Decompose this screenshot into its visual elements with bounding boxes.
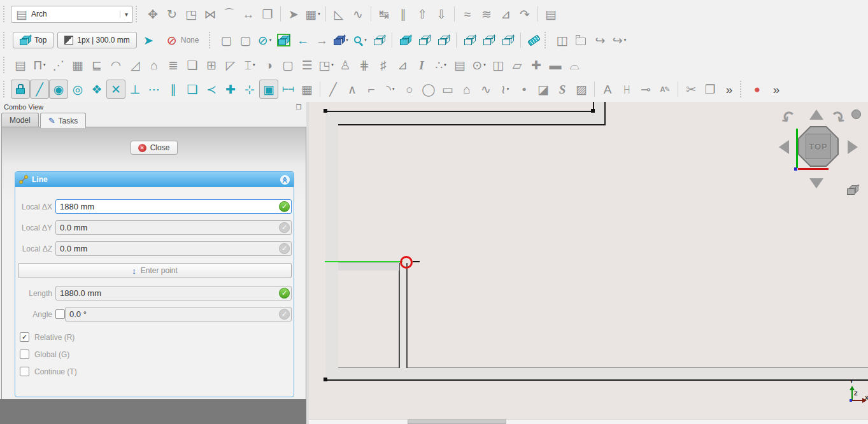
export-document[interactable]: ↪: [590, 31, 609, 50]
local-delta-y-input[interactable]: [55, 220, 292, 235]
autogroup-button[interactable]: ⊘None: [160, 32, 206, 48]
arch-material[interactable]: ∴▾: [431, 55, 450, 74]
angle-use-checkbox[interactable]: [55, 309, 65, 319]
arch-project[interactable]: ⊑: [87, 55, 106, 74]
draft-to-sketch[interactable]: ◺: [329, 4, 348, 24]
snap-perpendicular[interactable]: ⊥: [125, 80, 145, 99]
draft-scale[interactable]: ◳: [181, 4, 201, 24]
arch-profile[interactable]: I: [412, 55, 431, 74]
navcube-face-label[interactable]: TOP: [806, 134, 831, 159]
view-bottom[interactable]: [479, 31, 498, 50]
global-checkbox[interactable]: [20, 350, 29, 359]
snap-endpoint[interactable]: ╱: [30, 80, 49, 99]
snap-center[interactable]: ◎: [68, 80, 87, 99]
navcube-arrow-left[interactable]: [779, 140, 789, 154]
draft-bspline[interactable]: ∿: [476, 80, 495, 99]
view-top[interactable]: [415, 31, 434, 50]
arch-column[interactable]: ⋕: [355, 55, 374, 74]
annotation-styles[interactable]: A✎: [655, 80, 674, 99]
draft-stretch[interactable]: ↔: [239, 4, 258, 24]
collapse-panel-icon[interactable]: ≪: [280, 175, 290, 185]
enter-point-button[interactable]: ↕ Enter point: [18, 263, 292, 278]
snap-ortho[interactable]: ✚: [221, 80, 240, 99]
arch-dome[interactable]: ◠: [106, 55, 125, 74]
box-element-selection[interactable]: ▢: [236, 31, 255, 50]
arch-cut-line[interactable]: ▱: [508, 55, 527, 74]
draft-fillet[interactable]: ⌐: [362, 80, 381, 99]
nav-forward[interactable]: →: [312, 31, 331, 50]
view-front[interactable]: [395, 31, 415, 50]
arch-truss[interactable]: ⊿: [393, 55, 412, 74]
snap-intersection[interactable]: ✕: [106, 80, 125, 99]
draft-shapestring[interactable]: S: [553, 80, 572, 99]
view-right[interactable]: [434, 31, 453, 50]
open-document[interactable]: [571, 31, 590, 50]
view-selection[interactable]: [274, 31, 293, 50]
arch-rebar[interactable]: ⋰: [49, 55, 68, 74]
draft-label[interactable]: ⊸: [636, 80, 655, 99]
draft-bezier[interactable]: ≀▾: [495, 80, 515, 99]
arch-site[interactable]: ◿: [125, 55, 145, 74]
draft-ellipse[interactable]: ◯: [419, 80, 438, 99]
viewport-scrollbar-handle[interactable]: [408, 420, 506, 424]
snap-midpoint[interactable]: ◉: [49, 80, 68, 99]
snap-near[interactable]: ≺: [202, 80, 221, 99]
local-delta-z-input[interactable]: [55, 241, 292, 256]
snap-working-plane[interactable]: ▣: [259, 80, 278, 99]
arch-space[interactable]: ▢: [278, 55, 297, 74]
arch-remove-component[interactable]: ▬: [546, 55, 565, 74]
arch-roof[interactable]: ◸: [221, 55, 240, 74]
arch-structure[interactable]: Π▾: [30, 55, 49, 74]
draft-text[interactable]: A: [598, 80, 617, 99]
draft-layer[interactable]: ▤: [541, 4, 560, 24]
arch-schedule[interactable]: ▤: [450, 55, 469, 74]
arch-curtain-wall[interactable]: ▦: [68, 55, 87, 74]
arch-level[interactable]: ≣: [164, 55, 183, 74]
draft-slope[interactable]: ⊿: [496, 4, 515, 24]
angle-input[interactable]: [65, 307, 292, 322]
draft-circle[interactable]: ○: [400, 80, 419, 99]
draft-downgrade[interactable]: ⇩: [432, 4, 451, 24]
draft-invert[interactable]: ↷: [515, 4, 534, 24]
part-shape[interactable]: ◫: [552, 31, 571, 50]
draft-point[interactable]: •: [515, 80, 534, 99]
navcube-arrow-right[interactable]: [848, 140, 858, 154]
navcube-arrow-up[interactable]: [809, 110, 823, 120]
tab-model[interactable]: Model: [1, 113, 39, 127]
arch-equipment[interactable]: ♙: [336, 55, 355, 74]
arch-add-component[interactable]: ✚: [527, 55, 546, 74]
navcube-top-dot[interactable]: [851, 110, 861, 119]
navcube-arrow-down[interactable]: [809, 178, 823, 188]
draft-upgrade[interactable]: ⇧: [413, 4, 432, 24]
toolbar-grip[interactable]: [3, 57, 8, 73]
macro-record[interactable]: ●: [748, 80, 767, 99]
draft-facebinder[interactable]: ◪: [534, 80, 553, 99]
draft-line[interactable]: ╱: [324, 80, 343, 99]
arch-axis[interactable]: ⌶▾: [240, 55, 259, 74]
arch-building[interactable]: ⌂: [145, 55, 164, 74]
sketch-to-draft[interactable]: ∿: [348, 4, 367, 24]
navcube-rotate-ccw-icon[interactable]: ↶: [777, 106, 800, 131]
toolbar-overflow-1[interactable]: »: [720, 80, 739, 99]
toggle-grid[interactable]: ▦: [297, 80, 317, 99]
relative-checkbox[interactable]: ✓: [20, 332, 29, 342]
snap-parallel[interactable]: ∥: [164, 80, 183, 99]
toolbar-grip[interactable]: [740, 81, 744, 97]
tab-tasks[interactable]: ✎ Tasks: [40, 113, 87, 128]
arch-fence[interactable]: ♯: [374, 55, 393, 74]
working-plane-button[interactable]: Top: [13, 32, 53, 48]
3d-viewport[interactable]: ↶ ↷ TOP Y Z X: [309, 102, 868, 424]
apply-current-style[interactable]: ➤: [139, 31, 158, 50]
draft-rectangle[interactable]: ▭: [438, 80, 457, 99]
draft-rotate[interactable]: ↻: [162, 4, 181, 24]
draft-array[interactable]: ▦▾: [303, 4, 322, 24]
draft-move[interactable]: ✥: [143, 4, 162, 24]
view-left[interactable]: [498, 31, 517, 50]
snap-master-toggle[interactable]: ⊘▾: [255, 31, 274, 50]
navcube-mini-cube[interactable]: [847, 185, 858, 195]
arch-section-plane[interactable]: ◑: [259, 55, 278, 74]
draft-arc[interactable]: ◝▾: [381, 80, 400, 99]
toolbar-grip[interactable]: [209, 32, 213, 48]
snap-extension[interactable]: ⋯: [145, 80, 164, 99]
edit-cut[interactable]: ✂: [681, 80, 701, 99]
